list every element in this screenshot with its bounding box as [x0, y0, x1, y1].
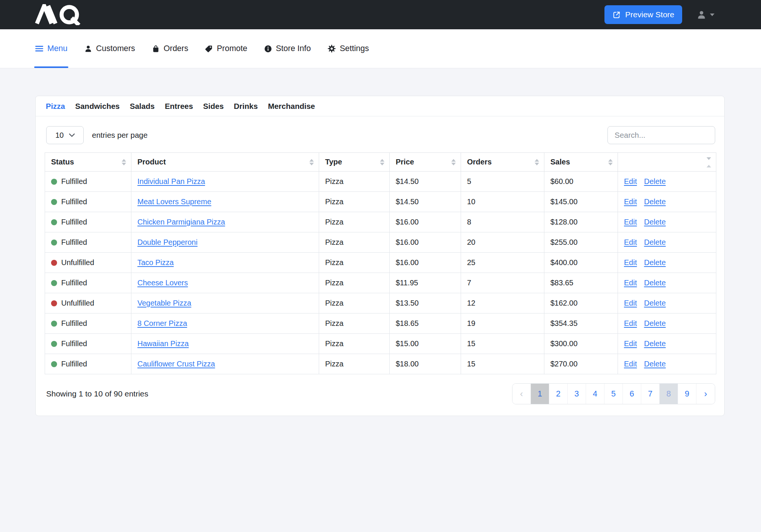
product-link[interactable]: Vegetable Pizza	[137, 299, 191, 307]
pagination-page-5[interactable]: 5	[604, 384, 623, 404]
type-cell: Pizza	[319, 293, 390, 313]
status-label: Fulfilled	[61, 319, 87, 327]
column-header-actions[interactable]	[618, 153, 716, 172]
column-header-price[interactable]: Price	[390, 153, 461, 172]
user-avatar-icon	[696, 10, 707, 20]
column-header-status[interactable]: Status	[45, 153, 131, 172]
entries-per-page-label: entries per page	[92, 131, 148, 140]
edit-link[interactable]: Edit	[624, 319, 637, 327]
pagination-page-2[interactable]: 2	[549, 384, 568, 404]
pagination-page-3[interactable]: 3	[568, 384, 586, 404]
delete-link[interactable]: Delete	[644, 339, 666, 348]
tab-entrees[interactable]: Entrees	[165, 102, 193, 111]
edit-link[interactable]: Edit	[624, 218, 637, 226]
category-tabs: Pizza Sandwiches Salads Entrees Sides Dr…	[36, 96, 724, 116]
edit-link[interactable]: Edit	[624, 279, 637, 287]
user-menu[interactable]	[696, 10, 714, 20]
edit-link[interactable]: Edit	[624, 258, 637, 267]
topbar: Preview Store	[0, 0, 761, 29]
sales-cell: $145.00	[544, 192, 618, 212]
pagination-page-1[interactable]: 1	[531, 384, 549, 404]
product-link[interactable]: Meat Lovers Supreme	[137, 197, 211, 206]
pagination-prev[interactable]: ‹	[512, 384, 531, 404]
tab-pizza[interactable]: Pizza	[46, 102, 65, 111]
nav-label: Customers	[96, 44, 135, 53]
status-cell: Unfulfilled	[45, 293, 131, 313]
pagination-page-4[interactable]: 4	[586, 384, 604, 404]
column-header-sales[interactable]: Sales	[544, 153, 618, 172]
product-link[interactable]: Hawaiian Pizza	[137, 339, 189, 348]
pagination-page-9[interactable]: 9	[678, 384, 696, 404]
orders-cell: 7	[461, 273, 544, 293]
nav-item-menu[interactable]: Menu	[35, 29, 68, 68]
delete-link[interactable]: Delete	[644, 218, 666, 226]
price-cell: $13.50	[390, 293, 461, 313]
status-label: Fulfilled	[61, 177, 87, 185]
tab-sides[interactable]: Sides	[203, 102, 224, 111]
nav-item-orders[interactable]: Orders	[152, 29, 188, 68]
nav-item-promote[interactable]: Promote	[205, 29, 247, 68]
type-cell: Pizza	[319, 313, 390, 334]
sales-cell: $128.00	[544, 212, 618, 232]
product-link[interactable]: Individual Pan Pizza	[137, 177, 205, 185]
column-header-orders[interactable]: Orders	[461, 153, 544, 172]
delete-link[interactable]: Delete	[644, 238, 666, 246]
pagination-page-7[interactable]: 7	[641, 384, 660, 404]
table-row: Fulfilled 8 Corner Pizza Pizza $18.65 19…	[45, 313, 716, 334]
delete-link[interactable]: Delete	[644, 197, 666, 206]
status-dot	[51, 300, 57, 306]
type-cell: Pizza	[319, 354, 390, 374]
pagination-page-8[interactable]: 8	[660, 384, 678, 404]
edit-link[interactable]: Edit	[624, 360, 637, 368]
search-input[interactable]	[607, 126, 715, 144]
preview-store-button[interactable]: Preview Store	[604, 5, 682, 24]
table-row: Fulfilled Cheese Lovers Pizza $11.95 7 $…	[45, 273, 716, 293]
sort-icon	[380, 159, 384, 165]
sort-icon	[608, 159, 613, 165]
nav-item-settings[interactable]: Settings	[327, 29, 369, 68]
page-size-select[interactable]: 10	[46, 126, 84, 144]
product-link[interactable]: Chicken Parmigiana Pizza	[137, 218, 225, 226]
price-cell: $18.65	[390, 313, 461, 334]
edit-link[interactable]: Edit	[624, 197, 637, 206]
type-cell: Pizza	[319, 212, 390, 232]
chevron-down-icon	[69, 133, 75, 137]
delete-link[interactable]: Delete	[644, 279, 666, 287]
table-row: Fulfilled Chicken Parmigiana Pizza Pizza…	[45, 212, 716, 232]
pagination-next[interactable]: ›	[696, 384, 715, 404]
product-link[interactable]: 8 Corner Pizza	[137, 319, 187, 327]
price-cell: $11.95	[390, 273, 461, 293]
tab-merchandise[interactable]: Merchandise	[268, 102, 315, 111]
edit-link[interactable]: Edit	[624, 238, 637, 246]
type-cell: Pizza	[319, 273, 390, 293]
table-row: Fulfilled Double Pepperoni Pizza $16.00 …	[45, 232, 716, 253]
product-link[interactable]: Double Pepperoni	[137, 238, 197, 246]
status-dot	[51, 260, 57, 266]
nav-item-store-info[interactable]: Store Info	[264, 29, 311, 68]
tab-sandwiches[interactable]: Sandwiches	[75, 102, 120, 111]
hamburger-icon	[35, 44, 44, 53]
tab-salads[interactable]: Salads	[130, 102, 155, 111]
product-link[interactable]: Cheese Lovers	[137, 279, 188, 287]
edit-link[interactable]: Edit	[624, 339, 637, 348]
column-header-product[interactable]: Product	[131, 153, 319, 172]
nav-item-customers[interactable]: Customers	[84, 29, 135, 68]
status-cell: Fulfilled	[45, 354, 131, 374]
edit-link[interactable]: Edit	[624, 299, 637, 307]
delete-link[interactable]: Delete	[644, 258, 666, 267]
status-label: Unfulfilled	[61, 299, 94, 307]
product-link[interactable]: Taco Pizza	[137, 258, 174, 267]
sales-cell: $83.65	[544, 273, 618, 293]
delete-link[interactable]: Delete	[644, 299, 666, 307]
tab-drinks[interactable]: Drinks	[234, 102, 258, 111]
delete-link[interactable]: Delete	[644, 177, 666, 185]
delete-link[interactable]: Delete	[644, 319, 666, 327]
delete-link[interactable]: Delete	[644, 360, 666, 368]
tag-icon	[205, 45, 213, 53]
table-controls: 10 entries per page	[36, 116, 724, 152]
column-header-type[interactable]: Type	[319, 153, 390, 172]
edit-link[interactable]: Edit	[624, 177, 637, 185]
pagination-page-6[interactable]: 6	[623, 384, 641, 404]
nav-label: Menu	[47, 44, 68, 53]
product-link[interactable]: Cauliflower Crust Pizza	[137, 360, 215, 368]
